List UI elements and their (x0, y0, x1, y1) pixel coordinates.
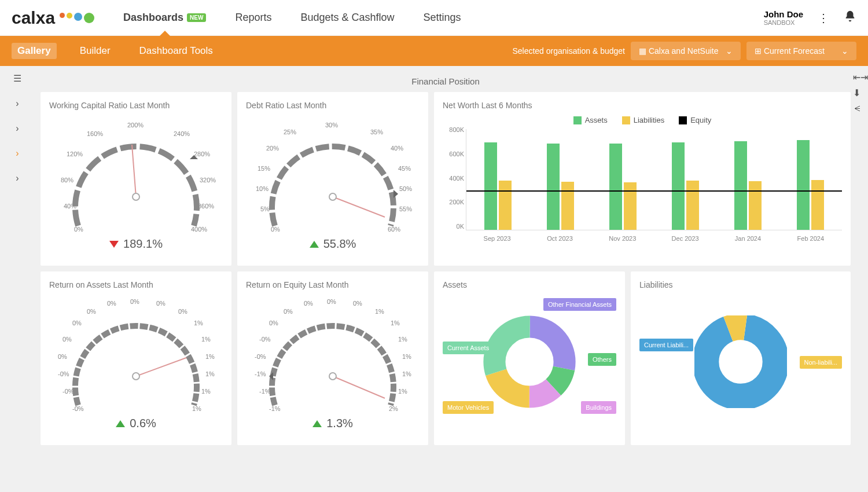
svg-text:55%: 55% (399, 205, 412, 212)
svg-text:45%: 45% (398, 165, 411, 172)
svg-text:0%: 0% (107, 300, 116, 307)
svg-point-1 (133, 193, 139, 200)
svg-text:80%: 80% (61, 177, 73, 183)
donut-liab: Current Liabili... Non-liabili... (639, 295, 842, 428)
budget-select[interactable]: ⊞ Current Forecast⌄ (746, 42, 856, 60)
user-info[interactable]: John Doe SANDBOX (764, 9, 803, 26)
svg-text:1%: 1% (205, 353, 215, 360)
svg-line-0 (132, 145, 136, 197)
svg-text:0%: 0% (87, 308, 96, 315)
svg-text:0%: 0% (156, 300, 165, 307)
card-roe: Return on Equity Last Month -1%2% -1%1% … (237, 271, 428, 445)
svg-text:1%: 1% (375, 308, 384, 315)
org-select[interactable]: ▦ Calxa and NetSuite⌄ (631, 42, 741, 60)
chevron-right-icon[interactable]: › (16, 173, 19, 183)
svg-text:320%: 320% (200, 177, 216, 183)
svg-line-49 (333, 376, 385, 398)
nav-settings[interactable]: Settings (424, 12, 461, 24)
slice-label: Current Liabili... (639, 339, 693, 351)
svg-text:1%: 1% (391, 320, 400, 326)
chevron-right-icon[interactable]: › (16, 123, 19, 134)
gauge-debt: 0%60% 5%55% 10%50% 15%45% 20%40% 25%35% … (246, 116, 420, 237)
gauge-roa: -0%1% -0%1% -0%1% 0%1% 0%1% 0%1% 0%0% 0%… (49, 295, 223, 417)
card-debt: Debt Ratio Last Month 0%60% 5%55% 10%50%… (237, 92, 428, 266)
svg-text:240%: 240% (174, 130, 190, 137)
more-icon[interactable]: ⋮ (818, 11, 829, 25)
card-roa: Return on Assets Last Month -0%1% -0%1% … (41, 271, 231, 445)
subnav-builder[interactable]: Builder (74, 43, 116, 59)
main-nav: Dashboards NEW Reports Budgets & Cashflo… (123, 12, 461, 24)
trend-down-icon (109, 241, 119, 248)
svg-text:160%: 160% (87, 130, 103, 137)
slice-label: Current Assets (443, 342, 494, 354)
svg-text:0%: 0% (271, 226, 280, 233)
chevron-down-icon: ⌄ (726, 46, 733, 56)
gauge-value: 0.6% (49, 417, 223, 430)
svg-text:1%: 1% (398, 388, 407, 395)
page-title: Financial Position (41, 76, 851, 86)
svg-text:10%: 10% (256, 185, 269, 192)
svg-text:15%: 15% (258, 165, 270, 172)
chevron-right-icon[interactable]: › (16, 98, 19, 109)
svg-text:120%: 120% (67, 150, 83, 157)
gauge-roe: -1%2% -1%1% -1%1% -0%1% -0%1% 0%1% 0%1% … (246, 295, 420, 417)
svg-text:-0%: -0% (259, 336, 271, 343)
sub-bar: Gallery Builder Dashboard Tools Selected… (0, 36, 868, 66)
svg-point-31 (133, 373, 139, 380)
svg-text:280%: 280% (194, 150, 210, 157)
subnav-tools[interactable]: Dashboard Tools (134, 43, 219, 59)
subnav-gallery[interactable]: Gallery (12, 43, 57, 59)
trend-up-icon (116, 420, 125, 427)
svg-text:1%: 1% (201, 388, 211, 395)
card-title: Liabilities (639, 280, 842, 289)
svg-text:0%: 0% (304, 300, 313, 307)
chevron-right-icon[interactable]: › (16, 148, 19, 159)
bell-icon[interactable] (844, 10, 856, 25)
gauge-value: 189.1% (49, 237, 223, 251)
card-title: Return on Equity Last Month (246, 280, 420, 289)
bar-chart: 800K600K400K200K0K (466, 129, 842, 230)
user-name: John Doe (764, 9, 803, 19)
svg-point-15 (329, 193, 336, 200)
slice-label: Other Financial Assets (543, 298, 616, 311)
org-label: Selected organisation & budget (512, 46, 625, 56)
donut-assets: Other Financial Assets Others Buildings … (443, 295, 616, 428)
card-wcr: Working Capital Ratio Last Month 0%400% … (41, 92, 231, 266)
svg-text:1%: 1% (201, 336, 211, 343)
svg-text:1%: 1% (402, 370, 411, 377)
expand-icon[interactable]: ⇤⇥ (853, 72, 868, 83)
svg-point-50 (329, 373, 336, 380)
svg-text:0%: 0% (74, 226, 83, 233)
gauge-value: 55.8% (246, 237, 420, 251)
svg-text:-0%: -0% (255, 353, 266, 360)
slice-label: Others (588, 353, 616, 366)
card-title: Net Worth Last 6 Months (443, 101, 842, 110)
logo-dots (60, 13, 94, 23)
card-networth: Net Worth Last 6 Months Assets Liabiliti… (434, 92, 851, 266)
nav-dashboards[interactable]: Dashboards NEW (123, 12, 206, 24)
card-title: Return on Assets Last Month (49, 280, 223, 289)
svg-text:0%: 0% (178, 308, 187, 315)
download-icon[interactable]: ⬇ (853, 87, 868, 98)
share-icon[interactable]: ⪪ (853, 103, 868, 113)
nav-budgets[interactable]: Budgets & Cashflow (300, 12, 394, 24)
content: ⇤⇥ ⬇ ⪪ Financial Position Working Capita… (35, 66, 868, 492)
svg-text:-0%: -0% (72, 405, 84, 412)
svg-text:20%: 20% (266, 145, 279, 152)
menu-icon[interactable]: ☰ (13, 73, 21, 84)
new-badge: NEW (187, 13, 206, 22)
slice-label: Buildings (581, 401, 616, 414)
chevron-down-icon: ⌄ (841, 46, 848, 56)
svg-text:-1%: -1% (259, 388, 271, 395)
svg-text:50%: 50% (399, 185, 412, 192)
card-assets: Assets Other Financial Assets Others Bui… (434, 271, 625, 445)
card-title: Debt Ratio Last Month (246, 101, 420, 110)
svg-text:25%: 25% (284, 128, 296, 135)
svg-text:-0%: -0% (62, 388, 74, 395)
nav-reports[interactable]: Reports (235, 12, 271, 24)
svg-text:1%: 1% (398, 336, 407, 343)
svg-text:40%: 40% (64, 203, 76, 210)
svg-text:0%: 0% (62, 336, 72, 343)
svg-text:0%: 0% (327, 298, 336, 305)
svg-text:5%: 5% (260, 205, 270, 212)
